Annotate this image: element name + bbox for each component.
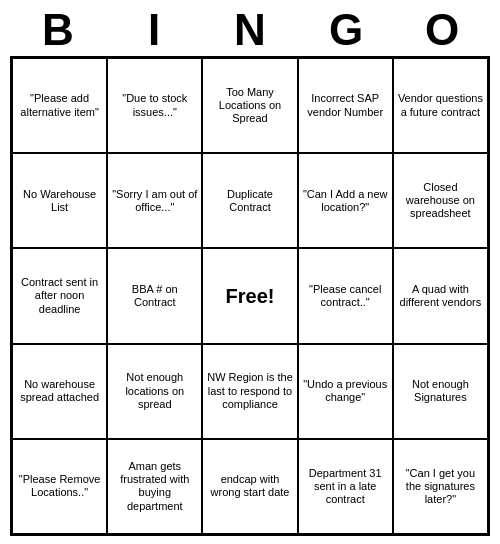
bingo-cell-11: BBA # on Contract	[107, 248, 202, 343]
bingo-cell-9: Closed warehouse on spreadsheet	[393, 153, 488, 248]
bingo-letter-b: B	[14, 8, 102, 52]
bingo-cell-1: "Due to stock issues..."	[107, 58, 202, 153]
bingo-letter-i: I	[110, 8, 198, 52]
bingo-letter-o: O	[398, 8, 486, 52]
bingo-header: BINGO	[10, 0, 490, 56]
bingo-letter-n: N	[206, 8, 294, 52]
bingo-cell-18: "Undo a previous change"	[298, 344, 393, 439]
bingo-cell-13: "Please cancel contract.."	[298, 248, 393, 343]
bingo-cell-22: endcap with wrong start date	[202, 439, 297, 534]
bingo-cell-16: Not enough locations on spread	[107, 344, 202, 439]
bingo-cell-6: "Sorry I am out of office..."	[107, 153, 202, 248]
bingo-cell-17: NW Region is the last to respond to comp…	[202, 344, 297, 439]
bingo-letter-g: G	[302, 8, 390, 52]
bingo-cell-8: "Can I Add a new location?"	[298, 153, 393, 248]
bingo-cell-20: "Please Remove Locations.."	[12, 439, 107, 534]
bingo-cell-23: Department 31 sent in a late contract	[298, 439, 393, 534]
bingo-cell-0: "Please add alternative item"	[12, 58, 107, 153]
bingo-cell-2: Too Many Locations on Spread	[202, 58, 297, 153]
free-cell: Free!	[202, 248, 297, 343]
bingo-cell-14: A quad with different vendors	[393, 248, 488, 343]
bingo-cell-5: No Warehouse List	[12, 153, 107, 248]
bingo-cell-24: "Can I get you the signatures later?"	[393, 439, 488, 534]
bingo-cell-3: Incorrect SAP vendor Number	[298, 58, 393, 153]
bingo-cell-7: Duplicate Contract	[202, 153, 297, 248]
bingo-cell-10: Contract sent in after noon deadline	[12, 248, 107, 343]
bingo-cell-21: Aman gets frustrated with buying departm…	[107, 439, 202, 534]
bingo-grid: "Please add alternative item""Due to sto…	[10, 56, 490, 536]
bingo-cell-19: Not enough Signatures	[393, 344, 488, 439]
bingo-cell-15: No warehouse spread attached	[12, 344, 107, 439]
bingo-cell-4: Vendor questions a future contract	[393, 58, 488, 153]
